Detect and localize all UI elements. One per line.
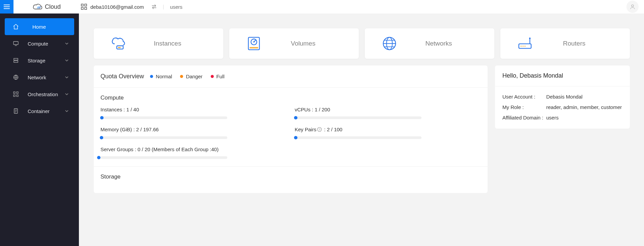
quota-title: Quota Overview [100, 73, 144, 80]
svg-rect-9 [13, 92, 15, 93]
current-domain[interactable]: users [170, 4, 182, 10]
navcard-routers[interactable]: Routers [500, 28, 630, 59]
section-title: Storage [100, 167, 481, 186]
user-avatar-button[interactable] [626, 1, 639, 13]
nav-cards-row: Instances Volumes Networks Routers [94, 28, 630, 59]
quota-item-servergroups: Server Groups : 0 / 20 (Members of Each … [100, 146, 287, 159]
svg-text:?: ? [319, 128, 320, 131]
user-row-domain: Affiliated Domain : users [502, 110, 622, 120]
sidebar-item-home[interactable]: Home [5, 18, 74, 35]
progress-bar [100, 156, 227, 159]
svg-rect-2 [81, 7, 83, 9]
tiles-icon [13, 91, 19, 97]
progress-bar [295, 136, 421, 139]
svg-rect-0 [81, 4, 83, 6]
sidebar-item-label: Orchestration [0, 91, 58, 97]
svg-rect-5 [13, 42, 18, 45]
sidebar-item-container[interactable]: Container [0, 103, 79, 119]
navcard-label: Routers [534, 40, 630, 47]
dot-danger-icon [180, 75, 183, 78]
dot-normal-icon [150, 75, 153, 78]
navcard-label: Volumes [263, 40, 359, 47]
user-info-panel: Hello, Debasis Mondal User Account : Deb… [495, 65, 630, 129]
home-icon [13, 24, 19, 30]
swap-icon [151, 4, 157, 9]
svg-rect-6 [14, 58, 18, 60]
quota-item-memory: Memory (GiB) : 2 / 197.66 [100, 127, 287, 139]
svg-point-26 [524, 46, 525, 47]
legend-full: Full [211, 74, 225, 79]
sidebar-item-label: Container [0, 108, 50, 114]
svg-rect-15 [118, 47, 121, 48]
monitor-icon [13, 40, 19, 47]
svg-point-23 [529, 37, 531, 39]
quota-item-keypairs: Key Pairs ? : 2 / 100 [295, 127, 481, 139]
sidebar-item-storage[interactable]: Storage [0, 52, 79, 69]
menu-toggle-button[interactable] [0, 0, 13, 13]
topbar-divider: | [163, 4, 164, 9]
sidebar-item-compute[interactable]: Compute [0, 35, 79, 52]
main-content: Instances Volumes Networks Routers Quota… [79, 13, 644, 246]
cloud-logo-icon [32, 3, 43, 10]
user-greeting: Hello, Debasis Mondal [502, 72, 563, 79]
progress-bar [295, 116, 421, 119]
sidebar-item-orchestration[interactable]: Orchestration [0, 86, 79, 103]
chevron-down-icon [65, 92, 69, 96]
quota-item-vcpus: vCPUs : 1 / 200 [295, 107, 481, 119]
globe-icon [13, 74, 19, 80]
logo-text: Cloud [45, 3, 61, 10]
volume-icon [245, 34, 263, 53]
section-title: Compute [100, 88, 481, 107]
quota-item-instances: Instances : 1 / 40 [100, 107, 287, 119]
navcard-volumes[interactable]: Volumes [229, 28, 359, 59]
progress-bar [100, 136, 227, 139]
svg-rect-10 [17, 92, 18, 93]
svg-rect-12 [17, 95, 18, 97]
sidebar-item-label: Network [0, 75, 46, 80]
help-icon[interactable]: ? [317, 127, 322, 132]
navcard-instances[interactable]: Instances [94, 28, 223, 59]
switch-domain-button[interactable] [151, 4, 157, 9]
quota-section-compute: Compute Instances : 1 / 40 vCPUs : 1 / 2… [94, 87, 488, 166]
svg-rect-19 [250, 47, 258, 49]
quota-overview-panel: Quota Overview Normal Danger Full Comput… [94, 65, 488, 193]
router-icon [516, 34, 534, 53]
dot-full-icon [211, 75, 214, 78]
chevron-down-icon [65, 75, 69, 79]
sidebar-item-label: Storage [0, 58, 46, 63]
svg-point-18 [253, 41, 255, 43]
user-row-account: User Account : Debasis Mondal [502, 89, 622, 100]
svg-rect-11 [13, 95, 15, 97]
svg-rect-7 [14, 61, 18, 62]
sidebar-item-network[interactable]: Network [0, 69, 79, 86]
svg-point-4 [632, 5, 634, 7]
chevron-down-icon [65, 109, 69, 113]
svg-rect-1 [85, 4, 87, 6]
apps-button[interactable] [81, 4, 87, 10]
quota-section-storage: Storage [94, 166, 488, 193]
sidebar: Home Compute Storage Network Orchestrati… [0, 13, 79, 246]
chevron-down-icon [65, 42, 69, 46]
navcard-label: Instances [127, 40, 223, 47]
svg-rect-3 [85, 7, 87, 9]
sidebar-item-label: Compute [0, 41, 48, 47]
progress-bar [100, 116, 227, 119]
navcard-networks[interactable]: Networks [365, 28, 494, 59]
topbar: Cloud deba10106@gmail.com | users [0, 0, 644, 13]
svg-point-25 [523, 46, 524, 47]
user-icon [630, 4, 636, 10]
account-email[interactable]: deba10106@gmail.com [90, 4, 144, 10]
cloud-instance-icon [109, 34, 127, 53]
logo[interactable]: Cloud [32, 3, 61, 10]
sidebar-item-label: Home [16, 24, 46, 30]
chevron-down-icon [65, 58, 69, 62]
navcard-label: Networks [399, 40, 494, 47]
document-icon [13, 108, 19, 114]
legend-normal: Normal [150, 74, 172, 79]
network-globe-icon [380, 34, 399, 53]
storage-icon [13, 57, 19, 63]
svg-point-24 [521, 46, 522, 47]
quota-legend: Normal Danger Full [150, 74, 225, 79]
grid-icon [81, 4, 87, 10]
hamburger-icon [3, 3, 10, 10]
